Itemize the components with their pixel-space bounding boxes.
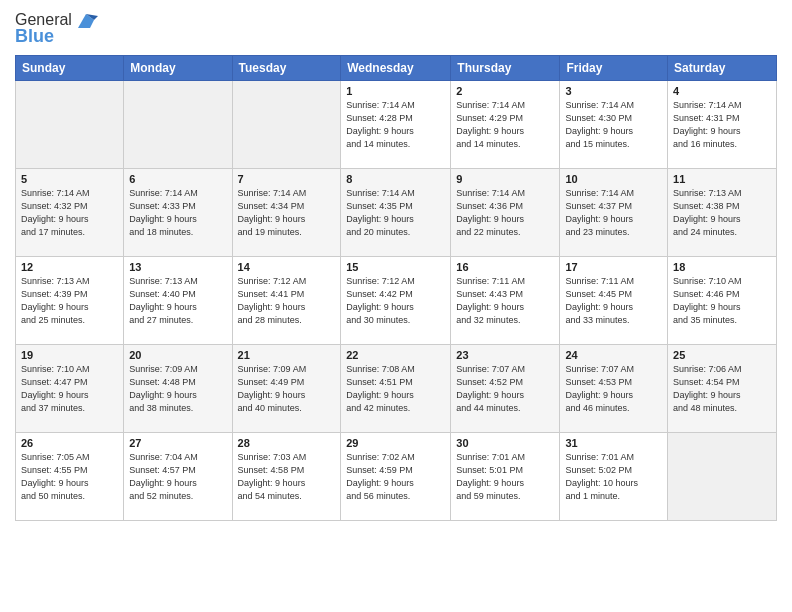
- calendar-cell: 21Sunrise: 7:09 AMSunset: 4:49 PMDayligh…: [232, 345, 341, 433]
- day-info: Sunrise: 7:14 AMSunset: 4:33 PMDaylight:…: [129, 187, 226, 239]
- day-info: Sunrise: 7:14 AMSunset: 4:29 PMDaylight:…: [456, 99, 554, 151]
- day-info: Sunrise: 7:10 AMSunset: 4:47 PMDaylight:…: [21, 363, 118, 415]
- calendar-cell: 13Sunrise: 7:13 AMSunset: 4:40 PMDayligh…: [124, 257, 232, 345]
- day-number: 10: [565, 173, 662, 185]
- day-info: Sunrise: 7:14 AMSunset: 4:31 PMDaylight:…: [673, 99, 771, 151]
- day-number: 24: [565, 349, 662, 361]
- day-info: Sunrise: 7:13 AMSunset: 4:40 PMDaylight:…: [129, 275, 226, 327]
- day-info: Sunrise: 7:14 AMSunset: 4:35 PMDaylight:…: [346, 187, 445, 239]
- week-row-0: 1Sunrise: 7:14 AMSunset: 4:28 PMDaylight…: [16, 81, 777, 169]
- day-number: 21: [238, 349, 336, 361]
- calendar-cell: 14Sunrise: 7:12 AMSunset: 4:41 PMDayligh…: [232, 257, 341, 345]
- calendar-cell: 16Sunrise: 7:11 AMSunset: 4:43 PMDayligh…: [451, 257, 560, 345]
- day-number: 2: [456, 85, 554, 97]
- calendar-cell: 26Sunrise: 7:05 AMSunset: 4:55 PMDayligh…: [16, 433, 124, 521]
- weekday-header-thursday: Thursday: [451, 56, 560, 81]
- calendar-cell: 30Sunrise: 7:01 AMSunset: 5:01 PMDayligh…: [451, 433, 560, 521]
- calendar-cell: 4Sunrise: 7:14 AMSunset: 4:31 PMDaylight…: [668, 81, 777, 169]
- logo: General Blue: [15, 10, 98, 47]
- calendar-cell: 9Sunrise: 7:14 AMSunset: 4:36 PMDaylight…: [451, 169, 560, 257]
- day-number: 17: [565, 261, 662, 273]
- weekday-header-tuesday: Tuesday: [232, 56, 341, 81]
- day-info: Sunrise: 7:12 AMSunset: 4:42 PMDaylight:…: [346, 275, 445, 327]
- calendar-cell: 18Sunrise: 7:10 AMSunset: 4:46 PMDayligh…: [668, 257, 777, 345]
- weekday-header-monday: Monday: [124, 56, 232, 81]
- day-info: Sunrise: 7:13 AMSunset: 4:39 PMDaylight:…: [21, 275, 118, 327]
- day-number: 31: [565, 437, 662, 449]
- day-number: 8: [346, 173, 445, 185]
- week-row-3: 19Sunrise: 7:10 AMSunset: 4:47 PMDayligh…: [16, 345, 777, 433]
- day-number: 20: [129, 349, 226, 361]
- day-info: Sunrise: 7:14 AMSunset: 4:30 PMDaylight:…: [565, 99, 662, 151]
- day-number: 29: [346, 437, 445, 449]
- day-number: 11: [673, 173, 771, 185]
- day-info: Sunrise: 7:14 AMSunset: 4:34 PMDaylight:…: [238, 187, 336, 239]
- calendar-cell: 6Sunrise: 7:14 AMSunset: 4:33 PMDaylight…: [124, 169, 232, 257]
- day-number: 19: [21, 349, 118, 361]
- day-info: Sunrise: 7:11 AMSunset: 4:45 PMDaylight:…: [565, 275, 662, 327]
- day-info: Sunrise: 7:06 AMSunset: 4:54 PMDaylight:…: [673, 363, 771, 415]
- day-number: 5: [21, 173, 118, 185]
- day-number: 3: [565, 85, 662, 97]
- day-number: 25: [673, 349, 771, 361]
- calendar-cell: 15Sunrise: 7:12 AMSunset: 4:42 PMDayligh…: [341, 257, 451, 345]
- weekday-header-friday: Friday: [560, 56, 668, 81]
- calendar-cell: 23Sunrise: 7:07 AMSunset: 4:52 PMDayligh…: [451, 345, 560, 433]
- day-info: Sunrise: 7:09 AMSunset: 4:49 PMDaylight:…: [238, 363, 336, 415]
- day-info: Sunrise: 7:02 AMSunset: 4:59 PMDaylight:…: [346, 451, 445, 503]
- calendar-cell: 7Sunrise: 7:14 AMSunset: 4:34 PMDaylight…: [232, 169, 341, 257]
- day-number: 4: [673, 85, 771, 97]
- calendar-cell: 17Sunrise: 7:11 AMSunset: 4:45 PMDayligh…: [560, 257, 668, 345]
- calendar-cell: [232, 81, 341, 169]
- day-number: 30: [456, 437, 554, 449]
- day-number: 28: [238, 437, 336, 449]
- day-number: 16: [456, 261, 554, 273]
- day-info: Sunrise: 7:14 AMSunset: 4:32 PMDaylight:…: [21, 187, 118, 239]
- day-number: 23: [456, 349, 554, 361]
- calendar-cell: [16, 81, 124, 169]
- calendar-cell: 11Sunrise: 7:13 AMSunset: 4:38 PMDayligh…: [668, 169, 777, 257]
- logo-icon: [74, 10, 98, 30]
- header: General Blue: [15, 10, 777, 47]
- calendar-cell: 20Sunrise: 7:09 AMSunset: 4:48 PMDayligh…: [124, 345, 232, 433]
- calendar-cell: 27Sunrise: 7:04 AMSunset: 4:57 PMDayligh…: [124, 433, 232, 521]
- calendar-cell: [668, 433, 777, 521]
- day-number: 6: [129, 173, 226, 185]
- day-info: Sunrise: 7:14 AMSunset: 4:36 PMDaylight:…: [456, 187, 554, 239]
- day-number: 7: [238, 173, 336, 185]
- calendar-cell: 3Sunrise: 7:14 AMSunset: 4:30 PMDaylight…: [560, 81, 668, 169]
- day-info: Sunrise: 7:03 AMSunset: 4:58 PMDaylight:…: [238, 451, 336, 503]
- day-number: 9: [456, 173, 554, 185]
- weekday-header-wednesday: Wednesday: [341, 56, 451, 81]
- weekday-header-saturday: Saturday: [668, 56, 777, 81]
- calendar-cell: 28Sunrise: 7:03 AMSunset: 4:58 PMDayligh…: [232, 433, 341, 521]
- calendar-cell: 29Sunrise: 7:02 AMSunset: 4:59 PMDayligh…: [341, 433, 451, 521]
- weekday-header-row: SundayMondayTuesdayWednesdayThursdayFrid…: [16, 56, 777, 81]
- day-info: Sunrise: 7:11 AMSunset: 4:43 PMDaylight:…: [456, 275, 554, 327]
- day-info: Sunrise: 7:09 AMSunset: 4:48 PMDaylight:…: [129, 363, 226, 415]
- calendar-cell: 22Sunrise: 7:08 AMSunset: 4:51 PMDayligh…: [341, 345, 451, 433]
- calendar-cell: 19Sunrise: 7:10 AMSunset: 4:47 PMDayligh…: [16, 345, 124, 433]
- week-row-4: 26Sunrise: 7:05 AMSunset: 4:55 PMDayligh…: [16, 433, 777, 521]
- day-info: Sunrise: 7:14 AMSunset: 4:28 PMDaylight:…: [346, 99, 445, 151]
- day-number: 22: [346, 349, 445, 361]
- calendar-cell: 1Sunrise: 7:14 AMSunset: 4:28 PMDaylight…: [341, 81, 451, 169]
- calendar-cell: 12Sunrise: 7:13 AMSunset: 4:39 PMDayligh…: [16, 257, 124, 345]
- day-info: Sunrise: 7:14 AMSunset: 4:37 PMDaylight:…: [565, 187, 662, 239]
- week-row-1: 5Sunrise: 7:14 AMSunset: 4:32 PMDaylight…: [16, 169, 777, 257]
- day-info: Sunrise: 7:08 AMSunset: 4:51 PMDaylight:…: [346, 363, 445, 415]
- day-info: Sunrise: 7:01 AMSunset: 5:02 PMDaylight:…: [565, 451, 662, 503]
- calendar-cell: [124, 81, 232, 169]
- calendar-cell: 31Sunrise: 7:01 AMSunset: 5:02 PMDayligh…: [560, 433, 668, 521]
- day-number: 15: [346, 261, 445, 273]
- calendar-cell: 8Sunrise: 7:14 AMSunset: 4:35 PMDaylight…: [341, 169, 451, 257]
- day-info: Sunrise: 7:04 AMSunset: 4:57 PMDaylight:…: [129, 451, 226, 503]
- calendar-table: SundayMondayTuesdayWednesdayThursdayFrid…: [15, 55, 777, 521]
- week-row-2: 12Sunrise: 7:13 AMSunset: 4:39 PMDayligh…: [16, 257, 777, 345]
- day-number: 26: [21, 437, 118, 449]
- day-number: 14: [238, 261, 336, 273]
- day-info: Sunrise: 7:07 AMSunset: 4:53 PMDaylight:…: [565, 363, 662, 415]
- calendar-cell: 2Sunrise: 7:14 AMSunset: 4:29 PMDaylight…: [451, 81, 560, 169]
- calendar-cell: 25Sunrise: 7:06 AMSunset: 4:54 PMDayligh…: [668, 345, 777, 433]
- day-number: 13: [129, 261, 226, 273]
